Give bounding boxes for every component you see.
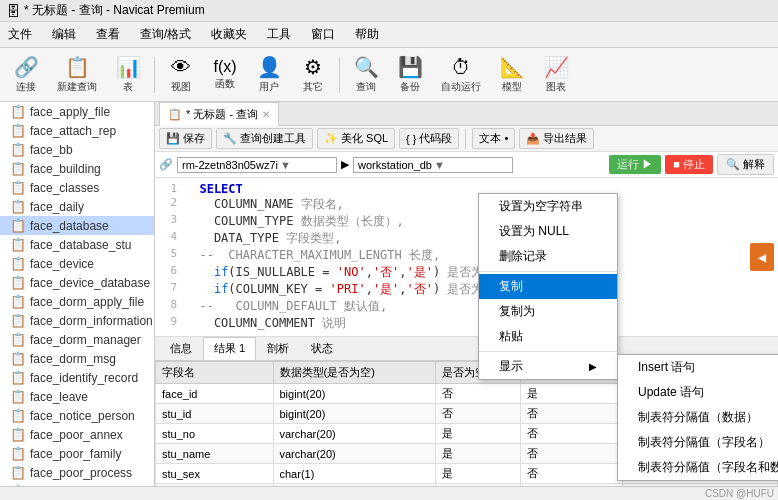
sidebar-item-face_bb[interactable]: 📋face_bb [0, 140, 154, 159]
sidebar-item-face_building[interactable]: 📋face_building [0, 159, 154, 178]
table-icon: 📋 [10, 351, 26, 366]
toolbar-view[interactable]: 👁 视图 [161, 53, 201, 97]
toolbar-other[interactable]: ⚙ 其它 [293, 52, 333, 97]
tab-info[interactable]: 信息 [159, 337, 203, 360]
sidebar-item-face_poor_process[interactable]: 📋face_poor_process [0, 463, 154, 482]
connection-value: rm-2zetn83n05wz7i [182, 159, 278, 171]
table-icon: 📋 [10, 294, 26, 309]
ctx-show-arrow: ▶ [589, 361, 597, 372]
sidebar-item-face_device[interactable]: 📋face_device [0, 254, 154, 273]
sidebar-item-face_database_stu[interactable]: 📋face_database_stu [0, 235, 154, 254]
menu-favorites[interactable]: 收藏夹 [207, 24, 251, 45]
toolbar-new-query[interactable]: 📋 新建查询 [50, 52, 104, 97]
sidebar-item-label: face_poor_annex [30, 428, 123, 442]
submenu-update[interactable]: Update 语句 [618, 380, 778, 405]
code-segment-button[interactable]: { } 代码段 [399, 128, 459, 149]
submenu-tab-data[interactable]: 制表符分隔值（数据） [618, 405, 778, 430]
sidebar-item-face_dorm_information[interactable]: 📋face_dorm_information [0, 311, 154, 330]
query-tab-close[interactable]: ✕ [262, 109, 270, 120]
conn-dropdown-arrow: ▼ [280, 159, 291, 171]
new-query-icon: 📋 [65, 55, 90, 79]
main-toolbar: 🔗 连接 📋 新建查询 📊 表 👁 视图 f(x) 函数 👤 用户 ⚙ 其它 🔍… [0, 48, 778, 102]
ctx-paste[interactable]: 粘贴 [479, 324, 617, 349]
connection-select[interactable]: rm-2zetn83n05wz7i ▼ [177, 157, 337, 173]
run-button[interactable]: 运行 ▶ [609, 155, 661, 174]
cell-primary: 否 [521, 444, 623, 464]
submenu-tab-both[interactable]: 制表符分隔值（字段名和数据） [618, 455, 778, 480]
stop-button[interactable]: ■ 停止 [665, 155, 713, 174]
toolbar-model[interactable]: 📐 模型 [492, 52, 532, 97]
sql-editor[interactable]: 1 SELECT 2 COLUMN_NAME 字段名, 3 COLUMN_TYP… [155, 178, 778, 337]
sidebar-item-face_poor_family[interactable]: 📋face_poor_family [0, 444, 154, 463]
table-icon: 📋 [10, 237, 26, 252]
code-segment-icon: { } [406, 133, 416, 145]
toolbar-user[interactable]: 👤 用户 [249, 52, 289, 97]
toolbar-function[interactable]: f(x) 函数 [205, 55, 245, 94]
ctx-copy[interactable]: 复制 [479, 274, 617, 299]
qt-sep-1 [465, 129, 466, 149]
sidebar-item-face_attach_rep[interactable]: 📋face_attach_rep [0, 121, 154, 140]
toolbar-query[interactable]: 🔍 查询 [346, 52, 386, 97]
sidebar-item-face_notice_person[interactable]: 📋face_notice_person [0, 406, 154, 425]
sidebar-item-face_classes[interactable]: 📋face_classes [0, 178, 154, 197]
toolbar-table[interactable]: 📊 表 [108, 52, 148, 97]
tab-status[interactable]: 状态 [300, 337, 344, 360]
sidebar-item-face_identify_record[interactable]: 📋face_identify_record [0, 368, 154, 387]
database-select[interactable]: workstation_db ▼ [353, 157, 513, 173]
query-creator-button[interactable]: 🔧 查询创建工具 [216, 128, 313, 149]
toolbar-connect[interactable]: 🔗 连接 [6, 52, 46, 97]
submenu-tab-fields[interactable]: 制表符分隔值（字段名） [618, 430, 778, 455]
sql-line-9: 9 COLUMN_COMMENT 说明 [155, 315, 778, 332]
save-button[interactable]: 💾 保存 [159, 128, 212, 149]
cell-type: bigint(20) [273, 404, 435, 424]
toolbar-chart[interactable]: 📈 图表 [536, 52, 576, 97]
ctx-show[interactable]: 显示 ▶ Insert 语句 Update 语句 制表符分隔值（数据） 制表符分… [479, 354, 617, 379]
ctx-set-null[interactable]: 设置为 NULL [479, 219, 617, 244]
menu-query[interactable]: 查询/格式 [136, 24, 195, 45]
sidebar-item-face_dorm_manager[interactable]: 📋face_dorm_manager [0, 330, 154, 349]
export-button[interactable]: 📤 导出结果 [519, 128, 594, 149]
submenu-insert[interactable]: Insert 语句 [618, 355, 778, 380]
menu-window[interactable]: 窗口 [307, 24, 339, 45]
ctx-sep-2 [479, 351, 617, 352]
sidebar-item-label: face_classes [30, 181, 99, 195]
cell-nullable: 是 [435, 424, 520, 444]
sidebar-item-label: face_device_database [30, 276, 150, 290]
sidebar-item-face_apply_file[interactable]: 📋face_apply_file [0, 102, 154, 121]
beautify-button[interactable]: ✨ 美化 SQL [317, 128, 395, 149]
sidebar-item-label: face_building [30, 162, 101, 176]
sidebar-item-face_poor_annex[interactable]: 📋face_poor_annex [0, 425, 154, 444]
tab-profile[interactable]: 剖析 [256, 337, 300, 360]
explain-button[interactable]: 🔍 解释 [717, 154, 774, 175]
toolbar-auto-run[interactable]: ⏱ 自动运行 [434, 53, 488, 97]
sql-line-5: 5 -- CHARACTER_MAXIMUM_LENGTH 长度, [155, 247, 778, 264]
sidebar-item-label: face_poor_process [30, 466, 132, 480]
table-icon: 📋 [10, 408, 26, 423]
ctx-copy-as[interactable]: 复制为 [479, 299, 617, 324]
text-button[interactable]: 文本 • [472, 128, 515, 149]
sidebar: 📋face_apply_file📋face_attach_rep📋face_bb… [0, 102, 155, 500]
menu-view[interactable]: 查看 [92, 24, 124, 45]
conn-bar: 🔗 rm-2zetn83n05wz7i ▼ ▶ workstation_db ▼… [155, 152, 778, 178]
ctx-set-empty-string[interactable]: 设置为空字符串 [479, 194, 617, 219]
toolbar-backup[interactable]: 💾 备份 [390, 52, 430, 97]
sidebar-item-face_device_database[interactable]: 📋face_device_database [0, 273, 154, 292]
menu-tools[interactable]: 工具 [263, 24, 295, 45]
ctx-delete-record[interactable]: 删除记录 [479, 244, 617, 269]
menu-help[interactable]: 帮助 [351, 24, 383, 45]
sidebar-item-face_dorm_apply_file[interactable]: 📋face_dorm_apply_file [0, 292, 154, 311]
beautify-label: 美化 SQL [341, 131, 388, 146]
title-bar: 🗄 * 无标题 - 查询 - Navicat Premium [0, 0, 778, 22]
sidebar-item-face_leave[interactable]: 📋face_leave [0, 387, 154, 406]
tab-results[interactable]: 结果 1 [203, 337, 256, 360]
query-tab[interactable]: 📋 * 无标题 - 查询 ✕ [159, 102, 279, 126]
sidebar-item-face_dorm_msg[interactable]: 📋face_dorm_msg [0, 349, 154, 368]
query-creator-label: 查询创建工具 [240, 131, 306, 146]
sidebar-item-face_daily[interactable]: 📋face_daily [0, 197, 154, 216]
menu-edit[interactable]: 编辑 [48, 24, 80, 45]
watermark: CSDN @HUFU [705, 488, 774, 499]
sidebar-item-face_database[interactable]: 📋face_database [0, 216, 154, 235]
menu-file[interactable]: 文件 [4, 24, 36, 45]
collapse-arrow[interactable]: ◀ [750, 243, 774, 271]
cell-primary: 否 [521, 424, 623, 444]
